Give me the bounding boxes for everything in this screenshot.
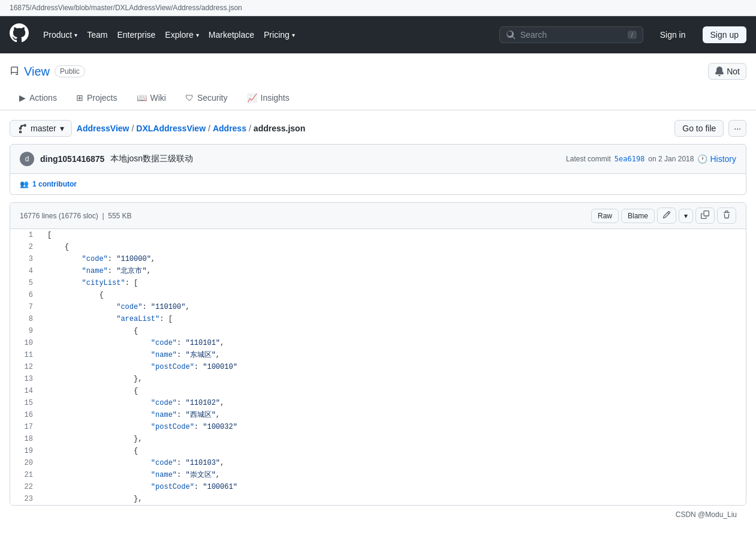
- sign-in-button[interactable]: Sign in: [653, 27, 693, 43]
- table-row: 13 },: [10, 373, 746, 385]
- nav-team[interactable]: Team: [87, 28, 107, 42]
- sign-up-button[interactable]: Sign up: [703, 26, 746, 43]
- contributors-link[interactable]: 1 contributor: [32, 180, 77, 188]
- path-dxladdressview[interactable]: DXLAddressView: [136, 124, 206, 133]
- line-code: "code": "110000",: [40, 253, 746, 265]
- nav-marketplace[interactable]: Marketplace: [209, 28, 254, 42]
- raw-button[interactable]: Raw: [591, 209, 619, 223]
- nav-product[interactable]: Product ▾: [43, 28, 77, 42]
- actions-tab-icon: ▶: [19, 93, 26, 103]
- line-number[interactable]: 15: [10, 397, 40, 409]
- delete-button[interactable]: [717, 208, 736, 224]
- table-row: 23 },: [10, 493, 746, 505]
- table-row: 6 {: [10, 289, 746, 301]
- table-row: 15 "code": "110102",: [10, 397, 746, 409]
- line-code: [: [40, 229, 746, 241]
- tab-projects[interactable]: ⊞ Projects: [67, 87, 127, 110]
- more-options-button[interactable]: ···: [728, 120, 746, 137]
- line-number[interactable]: 2: [10, 241, 40, 253]
- line-code: },: [40, 373, 746, 385]
- line-number[interactable]: 18: [10, 433, 40, 445]
- table-row: 14 {: [10, 385, 746, 397]
- repo-tabs: ▶ Actions ⊞ Projects 📖 Wiki 🛡 Security 📈…: [10, 87, 746, 110]
- github-logo[interactable]: [10, 23, 29, 46]
- pricing-chevron-icon: ▾: [292, 32, 295, 38]
- table-row: 10 "code": "110101",: [10, 337, 746, 349]
- nav-enterprise[interactable]: Enterprise: [117, 28, 155, 42]
- line-number[interactable]: 1: [10, 229, 40, 241]
- tab-security[interactable]: 🛡 Security: [176, 87, 237, 110]
- file-nav: master ▾ AddressView / DXLAddressView / …: [10, 120, 746, 137]
- commit-message[interactable]: 本地josn数据三级联动: [110, 154, 193, 164]
- commit-hash[interactable]: 5ea6198: [615, 155, 645, 163]
- visibility-badge: Public: [55, 65, 85, 77]
- tab-insights[interactable]: 📈 Insights: [237, 87, 299, 110]
- line-number[interactable]: 23: [10, 493, 40, 505]
- path-address[interactable]: Address: [213, 124, 246, 133]
- line-code: "name": "东城区",: [40, 349, 746, 361]
- line-code: {: [40, 385, 746, 397]
- line-number[interactable]: 13: [10, 373, 40, 385]
- table-row: 4 "name": "北京市",: [10, 265, 746, 277]
- search-placeholder: Search: [520, 30, 623, 40]
- edit-dropdown-button[interactable]: ▾: [679, 209, 693, 223]
- line-code: },: [40, 493, 746, 505]
- line-number[interactable]: 10: [10, 337, 40, 349]
- blame-button[interactable]: Blame: [621, 209, 655, 223]
- line-number[interactable]: 14: [10, 385, 40, 397]
- history-icon: 🕐: [697, 154, 707, 164]
- contributor-row: 👥 1 contributor: [10, 174, 746, 195]
- tab-actions[interactable]: ▶ Actions: [10, 87, 67, 110]
- line-number[interactable]: 5: [10, 277, 40, 289]
- line-number[interactable]: 8: [10, 313, 40, 325]
- repo-header: View Public Not ▶ Actions ⊞ Projects 📖 W…: [0, 53, 756, 110]
- notification-button[interactable]: Not: [708, 63, 746, 80]
- tab-wiki[interactable]: 📖 Wiki: [127, 87, 176, 110]
- line-number[interactable]: 3: [10, 253, 40, 265]
- wiki-tab-icon: 📖: [137, 93, 147, 103]
- copy-button[interactable]: [695, 208, 715, 224]
- line-code: "name": "北京市",: [40, 265, 746, 277]
- line-number[interactable]: 4: [10, 265, 40, 277]
- line-number[interactable]: 19: [10, 445, 40, 457]
- line-code: "postCode": "100061": [40, 481, 746, 493]
- code-table: 1[2 {3 "code": "110000",4 "name": "北京市",…: [10, 229, 746, 505]
- watermark: CSDN @Modu_Liu: [10, 506, 746, 524]
- line-code: },: [40, 433, 746, 445]
- line-code: "code": "110101",: [40, 337, 746, 349]
- branch-icon: [17, 124, 27, 133]
- contributors-icon: 👥: [20, 180, 29, 188]
- table-row: 8 "areaList": [: [10, 313, 746, 325]
- line-code: "code": "110100",: [40, 301, 746, 313]
- line-number[interactable]: 7: [10, 301, 40, 313]
- line-code: "postCode": "100010": [40, 361, 746, 373]
- line-number[interactable]: 6: [10, 289, 40, 301]
- branch-selector[interactable]: master ▾: [10, 120, 72, 137]
- repo-name[interactable]: View: [24, 65, 50, 79]
- nav-explore[interactable]: Explore ▾: [165, 28, 198, 42]
- code-area: 1[2 {3 "code": "110000",4 "name": "北京市",…: [10, 229, 746, 505]
- line-code: {: [40, 289, 746, 301]
- line-number[interactable]: 22: [10, 481, 40, 493]
- line-number[interactable]: 20: [10, 457, 40, 469]
- line-number[interactable]: 16: [10, 409, 40, 421]
- line-number[interactable]: 12: [10, 361, 40, 373]
- table-row: 1[: [10, 229, 746, 241]
- goto-file-button[interactable]: Go to file: [674, 120, 724, 137]
- repo-title-row: View Public Not: [10, 63, 746, 80]
- history-button[interactable]: 🕐 History: [697, 154, 736, 164]
- file-viewer: 16776 lines (16776 sloc) | 555 KB Raw Bl…: [10, 202, 746, 506]
- line-number[interactable]: 17: [10, 421, 40, 433]
- nav-pricing[interactable]: Pricing ▾: [264, 28, 295, 42]
- line-number[interactable]: 9: [10, 325, 40, 337]
- commit-author[interactable]: ding1051416875: [40, 154, 104, 164]
- path-addressview[interactable]: AddressView: [77, 124, 129, 133]
- security-tab-icon: 🛡: [185, 93, 194, 103]
- repo-actions: Not: [708, 63, 746, 80]
- line-number[interactable]: 11: [10, 349, 40, 361]
- line-number[interactable]: 21: [10, 469, 40, 481]
- avatar: d: [20, 152, 34, 166]
- search-bar[interactable]: Search /: [499, 26, 643, 43]
- edit-button[interactable]: [657, 208, 676, 224]
- line-code: {: [40, 325, 746, 337]
